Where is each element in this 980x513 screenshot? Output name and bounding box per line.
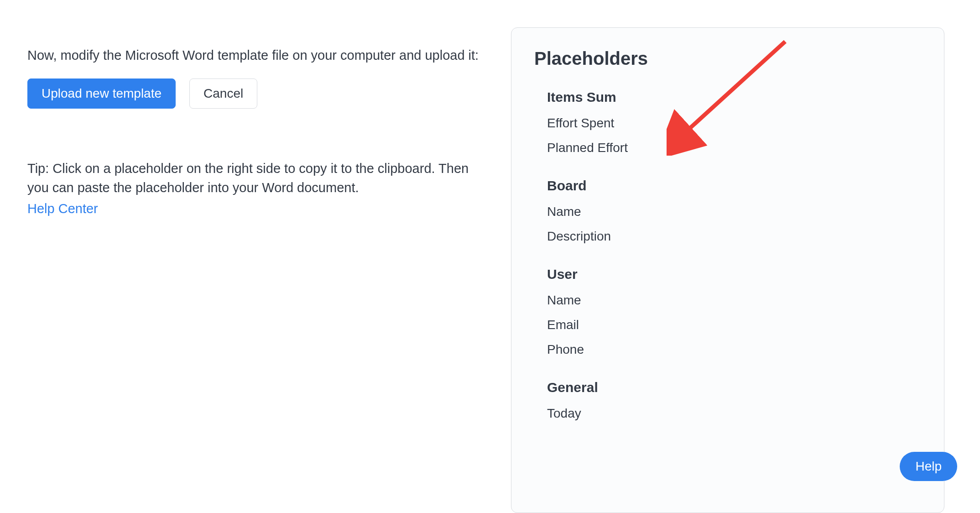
- group-user: User Name Email Phone: [547, 267, 921, 357]
- group-general: General Today: [547, 380, 921, 421]
- group-title-general: General: [547, 380, 921, 395]
- instruction-text: Now, modify the Microsoft Word template …: [27, 46, 493, 65]
- help-center-link[interactable]: Help Center: [27, 199, 98, 218]
- placeholder-item[interactable]: Effort Spent: [547, 116, 921, 131]
- placeholder-item[interactable]: Description: [547, 229, 921, 244]
- tip-text: Tip: Click on a placeholder on the right…: [27, 161, 469, 195]
- group-board: Board Name Description: [547, 178, 921, 244]
- group-items-sum: Items Sum Effort Spent Planned Effort: [547, 89, 921, 155]
- group-title-board: Board: [547, 178, 921, 194]
- upload-new-template-button[interactable]: Upload new template: [27, 79, 176, 109]
- help-button[interactable]: Help: [900, 452, 957, 481]
- placeholders-panel: Placeholders Items Sum Effort Spent Plan…: [511, 27, 944, 513]
- placeholder-item[interactable]: Email: [547, 318, 921, 332]
- panel-title: Placeholders: [534, 48, 921, 69]
- placeholder-item[interactable]: Name: [547, 204, 921, 219]
- tip-block: Tip: Click on a placeholder on the right…: [27, 159, 493, 218]
- button-row: Upload new template Cancel: [27, 79, 493, 109]
- group-title-items-sum: Items Sum: [547, 89, 921, 105]
- placeholder-item[interactable]: Name: [547, 293, 921, 308]
- cancel-button[interactable]: Cancel: [189, 79, 257, 109]
- group-title-user: User: [547, 267, 921, 282]
- placeholder-item[interactable]: Phone: [547, 342, 921, 357]
- placeholder-item[interactable]: Today: [547, 406, 921, 421]
- placeholder-item[interactable]: Planned Effort: [547, 141, 921, 155]
